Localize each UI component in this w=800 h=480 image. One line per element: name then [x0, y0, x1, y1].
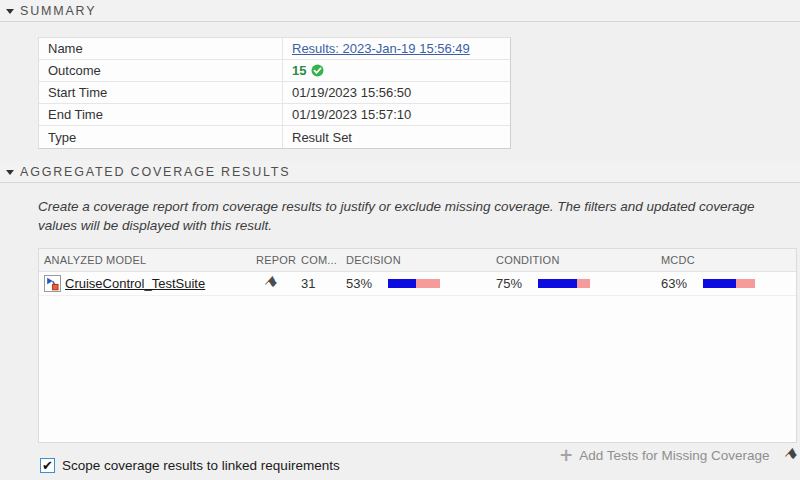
- decision-cell: 53%: [341, 272, 491, 295]
- column-header-condition: CONDITION: [491, 249, 656, 271]
- report-flag-icon[interactable]: ⚑: [261, 273, 281, 293]
- condition-percent: 75%: [496, 276, 528, 291]
- summary-label-end-time: End Time: [39, 104, 282, 126]
- plus-icon: +: [559, 447, 573, 464]
- simulink-model-icon: [44, 275, 61, 292]
- coverage-description: Create a coverage report from coverage r…: [38, 197, 786, 235]
- table-row[interactable]: CruiseControl_TestSuite ⚑ 31 53% 75% 63%: [39, 272, 796, 296]
- summary-label-start-time: Start Time: [39, 82, 282, 104]
- column-header-report: REPORT: [251, 249, 296, 271]
- decision-percent: 53%: [346, 276, 378, 291]
- mcdc-cell: 63%: [656, 272, 796, 295]
- pass-check-icon: [311, 64, 324, 77]
- add-tests-label: Add Tests for Missing Coverage: [579, 448, 769, 463]
- mcdc-coverage-bar: [703, 279, 755, 288]
- summary-section-header[interactable]: SUMMARY: [0, 0, 800, 22]
- coverage-table: ANALYZED MODEL REPORT COM... DECISION CO…: [38, 248, 797, 443]
- model-link[interactable]: CruiseControl_TestSuite: [65, 276, 205, 291]
- column-header-mcdc: MCDC: [656, 249, 796, 271]
- condition-cell: 75%: [491, 272, 656, 295]
- scope-coverage-checkbox[interactable]: ✔: [40, 458, 55, 473]
- summary-value-outcome: 15: [282, 60, 510, 82]
- coverage-table-header-row: ANALYZED MODEL REPORT COM... DECISION CO…: [39, 249, 796, 272]
- summary-value-type: Result Set: [282, 126, 510, 148]
- column-header-complexity: COM...: [296, 249, 341, 271]
- coverage-section-header[interactable]: AGGREGATED COVERAGE RESULTS: [0, 161, 800, 183]
- collapse-arrow-icon: [6, 9, 14, 14]
- condition-coverage-bar: [538, 279, 590, 288]
- decision-coverage-bar: [388, 279, 440, 288]
- summary-table: Name Results: 2023-Jan-19 15:56:49 Outco…: [38, 37, 511, 149]
- report-cell: ⚑: [251, 272, 296, 295]
- complexity-cell: 31: [296, 272, 341, 295]
- summary-value-end-time: 01/19/2023 15:57:10: [282, 104, 510, 126]
- summary-label-outcome: Outcome: [39, 60, 282, 82]
- scope-coverage-option[interactable]: ✔ Scope coverage results to linked requi…: [40, 458, 340, 473]
- column-header-decision: DECISION: [341, 249, 491, 271]
- coverage-flag-icon[interactable]: ⚑: [780, 445, 800, 465]
- summary-section-title: SUMMARY: [20, 4, 96, 18]
- coverage-section-title: AGGREGATED COVERAGE RESULTS: [20, 165, 290, 179]
- add-tests-button[interactable]: + Add Tests for Missing Coverage: [559, 447, 770, 464]
- results-link[interactable]: Results: 2023-Jan-19 15:56:49: [292, 41, 470, 56]
- summary-value-name: Results: 2023-Jan-19 15:56:49: [282, 38, 510, 60]
- scope-coverage-label: Scope coverage results to linked require…: [62, 458, 340, 473]
- collapse-arrow-icon: [6, 170, 14, 175]
- mcdc-percent: 63%: [661, 276, 693, 291]
- summary-label-type: Type: [39, 126, 282, 148]
- outcome-pass-count: 15: [292, 63, 306, 78]
- column-header-analyzed-model: ANALYZED MODEL: [39, 249, 251, 271]
- analyzed-model-cell: CruiseControl_TestSuite: [39, 272, 251, 295]
- summary-label-name: Name: [39, 38, 282, 60]
- summary-value-start-time: 01/19/2023 15:56:50: [282, 82, 510, 104]
